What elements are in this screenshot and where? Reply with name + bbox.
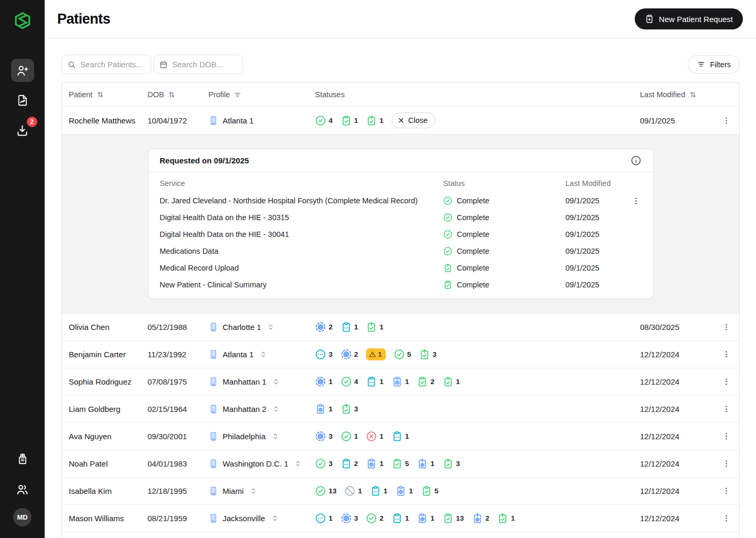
- filters-button[interactable]: Filters: [688, 55, 740, 74]
- status-count: 4: [329, 117, 333, 125]
- status-count: 1: [329, 405, 333, 413]
- clipboard-dots-icon: [392, 513, 403, 524]
- col-last-modified[interactable]: Last Modified: [640, 90, 713, 99]
- col-dob[interactable]: DOB: [148, 90, 208, 99]
- chevron-up-down-icon: [249, 487, 258, 495]
- profile-selector-button[interactable]: [259, 350, 268, 359]
- profile-selector-button[interactable]: [271, 405, 280, 413]
- table-row[interactable]: Noah Patel 04/01/1983 Washington D.C. 1 …: [62, 450, 739, 477]
- row-menu-button[interactable]: [713, 320, 739, 334]
- table-row[interactable]: Benjamin Carter 11/23/1992 Atlanta 1 321…: [62, 340, 739, 368]
- profile-selector-button[interactable]: [249, 487, 258, 495]
- download-icon: [15, 123, 29, 138]
- patient-profile: Manhattan 2: [208, 404, 315, 414]
- filter-icon: [234, 91, 242, 99]
- request-info-button[interactable]: [631, 155, 642, 166]
- table-row[interactable]: Liam Goldberg 02/15/1964 Manhattan 2 13 …: [62, 395, 739, 422]
- col-profile[interactable]: Profile: [208, 90, 315, 99]
- table-row[interactable]: Sophia Rodriguez 07/08/1975 Manhattan 1 …: [62, 368, 739, 395]
- status-count: 1: [511, 514, 515, 522]
- service-name: Digital Health Data on the HIE - 30041: [160, 230, 443, 239]
- close-expanded-button[interactable]: Close: [392, 112, 435, 128]
- status-clipboard-check: 2: [417, 376, 435, 387]
- status-list: 211: [315, 322, 640, 333]
- status-count: 3: [433, 350, 437, 358]
- service-status: Complete: [443, 230, 565, 239]
- row-menu-button[interactable]: [713, 348, 739, 361]
- status-count: 1: [329, 514, 333, 522]
- sidebar-item-facility[interactable]: [11, 447, 34, 470]
- profile-selector-button[interactable]: [293, 459, 302, 468]
- status-clipboard-gear: 1: [395, 485, 413, 496]
- service-name: Dr. Jared Cleveland - Northside Hospital…: [160, 196, 443, 205]
- profile-selector-button[interactable]: [271, 432, 280, 441]
- status-count: 3: [456, 460, 460, 468]
- patient-dob: 08/21/1959: [148, 514, 208, 523]
- patient-name: Liam Goldberg: [62, 405, 148, 413]
- kebab-menu-icon: [722, 459, 731, 468]
- new-patient-request-button[interactable]: New Patient Request: [635, 8, 743, 29]
- profile-selector-button[interactable]: [271, 377, 280, 386]
- clipboard-up-check-icon: [419, 349, 430, 360]
- profile-selector-button[interactable]: [266, 323, 275, 332]
- service-name: Medications Data: [160, 247, 443, 255]
- clipboard-dots-icon: [370, 485, 381, 496]
- building-icon: [208, 349, 218, 359]
- status-x-circle: 1: [366, 431, 384, 442]
- profile-label: Manhattan 1: [223, 377, 266, 386]
- status-clipboard-up-check: 3: [443, 458, 460, 469]
- gear-dashed-icon: [315, 376, 326, 387]
- table-row[interactable]: Mason Williams 08/21/1959 Jacksonville 1…: [62, 504, 739, 532]
- search-icon: [67, 60, 76, 69]
- table-row-partial[interactable]: [62, 532, 739, 538]
- profile-selector-button[interactable]: [270, 514, 279, 523]
- row-menu-button[interactable]: [713, 484, 739, 498]
- service-row: Digital Health Data on the HIE - 30041 C…: [149, 226, 653, 243]
- patient-name: Benjamin Carter: [62, 350, 148, 359]
- status-count: 1: [380, 378, 384, 386]
- row-menu-button[interactable]: [713, 512, 739, 525]
- row-menu-button[interactable]: [713, 375, 739, 388]
- status-count: 3: [329, 350, 333, 358]
- kebab-menu-icon: [722, 514, 731, 523]
- profile-label: Jacksonville: [223, 514, 265, 523]
- table-row[interactable]: Olivia Chen 05/12/1988 Charlotte 1 211 0…: [62, 313, 739, 340]
- check-circle-icon: [443, 246, 453, 256]
- sidebar-item-add-patient[interactable]: [11, 59, 34, 82]
- service-last-modified: 09/1/2025: [565, 213, 630, 222]
- main-area: Patients New Patient Request: [45, 0, 756, 538]
- clipboard-check-icon: [392, 458, 403, 469]
- patient-dob: 02/15/1964: [148, 405, 208, 413]
- table-row[interactable]: Rochelle Matthews 10/04/1972 Atlanta 1 4…: [62, 107, 739, 134]
- row-menu-button[interactable]: [713, 114, 739, 127]
- clipboard-up-check-icon: [443, 263, 453, 273]
- patient-dob: 10/04/1972: [148, 116, 208, 125]
- request-panel-title: Requested on 09/1/2025: [160, 156, 249, 165]
- status-clipboard-up-check: 3: [419, 349, 437, 360]
- sort-icon: [167, 90, 176, 99]
- clipboard-up-check-icon: [366, 322, 377, 333]
- clipboard-gear-icon: [315, 404, 326, 415]
- row-menu-button[interactable]: [713, 402, 739, 416]
- status-check-circle: 4: [341, 376, 359, 387]
- service-menu-button[interactable]: [632, 194, 640, 208]
- clipboard-check-icon: [443, 280, 453, 289]
- kebab-menu-icon: [722, 377, 731, 386]
- search-dob-wrap: [153, 55, 243, 74]
- col-patient[interactable]: Patient: [62, 90, 148, 99]
- row-menu-button[interactable]: [713, 457, 739, 470]
- sidebar-item-reports[interactable]: [11, 89, 34, 112]
- status-clipboard-up-check: 1: [366, 322, 384, 333]
- chevron-up-down-icon: [271, 432, 280, 441]
- status-clipboard-gear: 1: [315, 404, 333, 415]
- status-count: 1: [354, 323, 359, 331]
- patients-table: Patient DOB Profile Statuses Last Modifi…: [61, 82, 740, 538]
- user-avatar[interactable]: MD: [13, 508, 32, 526]
- row-menu-button[interactable]: [713, 430, 739, 443]
- sidebar-item-downloads[interactable]: 2: [11, 119, 34, 142]
- table-row[interactable]: Ava Nguyen 09/30/2001 Philadelphia 3111 …: [62, 422, 739, 450]
- table-row[interactable]: Isabella Kim 12/18/1995 Miami 131115 12/…: [62, 477, 739, 504]
- status-clipboard-check: 1: [341, 115, 359, 126]
- sidebar-item-users[interactable]: [11, 478, 34, 501]
- content: Filters Patient DOB Profile Statuses Las…: [45, 38, 756, 538]
